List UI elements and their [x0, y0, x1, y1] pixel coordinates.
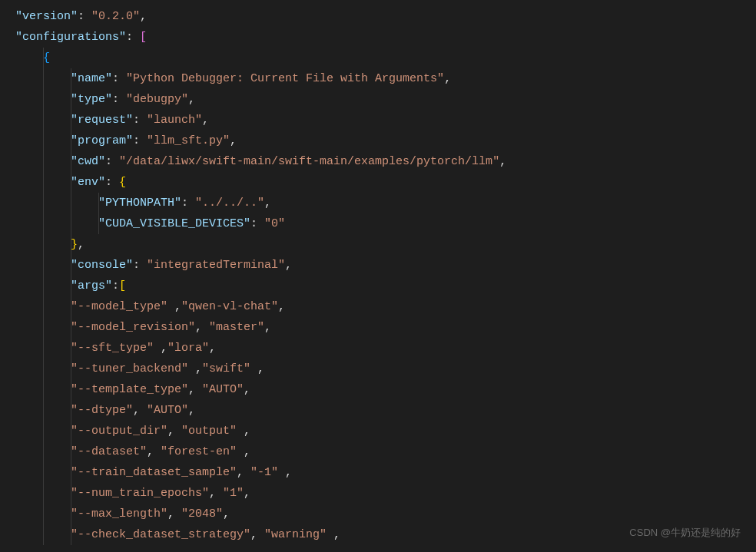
code-line[interactable]: "--tuner_backend" ,"swift" , [15, 359, 756, 379]
code-editor[interactable]: "version": "0.2.0","configurations": [ {… [0, 0, 756, 545]
code-line[interactable]: "configurations": [ [15, 27, 756, 48]
code-line[interactable]: "--output_dir", "output" , [15, 421, 756, 441]
code-line[interactable]: "args":[ [15, 276, 756, 296]
code-line[interactable]: "--train_dataset_sample", "-1" , [15, 462, 756, 483]
code-line[interactable]: "program": "llm_sft.py", [15, 131, 756, 151]
code-line[interactable]: "env": { [15, 172, 756, 193]
code-line[interactable]: "cwd": "/data/liwx/swift-main/swift-main… [15, 151, 756, 172]
code-line[interactable]: "--template_type", "AUTO", [15, 379, 756, 400]
code-line[interactable]: "type": "debugpy", [15, 89, 756, 110]
code-line[interactable]: "CUDA_VISIBLE_DEVICES": "0" [15, 213, 756, 234]
code-line[interactable]: "--dtype", "AUTO", [15, 400, 756, 421]
watermark-text: CSDN @牛奶还是纯的好 [629, 522, 741, 543]
code-line[interactable]: "version": "0.2.0", [15, 6, 756, 27]
code-line[interactable]: "console": "integratedTerminal", [15, 255, 756, 276]
code-line[interactable]: "PYTHONPATH": "../../..", [15, 193, 756, 213]
code-line[interactable]: "--sft_type" ,"lora", [15, 338, 756, 359]
code-line[interactable]: "--model_revision", "master", [15, 317, 756, 338]
code-line[interactable]: "--max_length", "2048", [15, 504, 756, 524]
code-line[interactable]: "--dataset", "forest-en" , [15, 441, 756, 462]
code-line[interactable]: "--model_type" ,"qwen-vl-chat", [15, 296, 756, 317]
code-line[interactable]: }, [15, 234, 756, 255]
code-line[interactable]: "request": "launch", [15, 110, 756, 131]
code-line[interactable]: "name": "Python Debugger: Current File w… [15, 68, 756, 89]
code-line[interactable]: "--num_train_epochs", "1", [15, 483, 756, 504]
code-line[interactable]: { [15, 48, 756, 68]
